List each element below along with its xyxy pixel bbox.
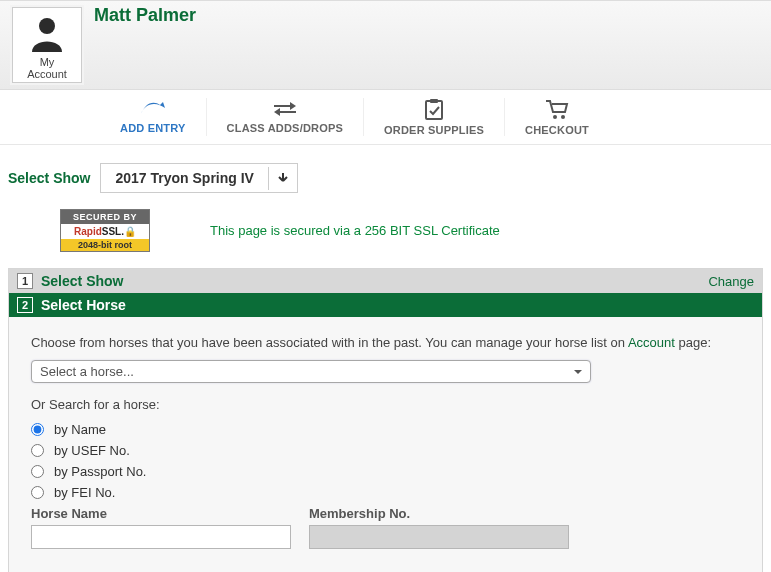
cart-icon: [544, 98, 570, 120]
horse-name-label: Horse Name: [31, 506, 291, 521]
step-2-title: Select Horse: [41, 297, 126, 313]
svg-point-0: [39, 18, 55, 34]
nav-order-supplies-label: ORDER SUPPLIES: [384, 124, 484, 136]
horse-instructions: Choose from horses that you have been as…: [31, 335, 740, 350]
horse-dropdown-placeholder: Select a horse...: [40, 364, 134, 379]
nav-class-adds-drops-label: CLASS ADDS/DROPS: [227, 122, 343, 134]
transfer-arrows-icon: [270, 98, 300, 118]
ssl-certificate-text: This page is secured via a 256 BIT SSL C…: [210, 223, 500, 238]
ssl-ssl-text: SSL.: [102, 226, 124, 237]
step-1-title: Select Show: [41, 273, 123, 289]
membership-no-label: Membership No.: [309, 506, 569, 521]
membership-no-input: [309, 525, 569, 549]
clipboard-icon: [422, 98, 446, 120]
step-2-header: 2 Select Horse: [9, 293, 762, 317]
svg-point-3: [553, 115, 557, 119]
horse-dropdown[interactable]: Select a horse...: [31, 360, 591, 383]
select-show-label: Select Show: [8, 170, 90, 186]
step-1-number: 1: [17, 273, 33, 289]
instr-post: page:: [675, 335, 711, 350]
show-dropdown-toggle[interactable]: [268, 167, 297, 190]
lock-icon: [124, 226, 136, 237]
my-account-button[interactable]: My Account: [12, 7, 82, 83]
account-link[interactable]: Account: [628, 335, 675, 350]
show-selector[interactable]: 2017 Tryon Spring IV: [100, 163, 298, 193]
nav-class-adds-drops[interactable]: CLASS ADDS/DROPS: [207, 98, 364, 136]
svg-point-4: [561, 115, 565, 119]
radio-by-usef-label: by USEF No.: [54, 443, 130, 458]
person-silhouette-icon: [26, 12, 68, 54]
radio-by-fei[interactable]: [31, 486, 44, 499]
svg-rect-2: [430, 99, 438, 103]
horse-name-input[interactable]: [31, 525, 291, 549]
show-selected-value: 2017 Tryon Spring IV: [101, 164, 268, 192]
arrow-down-icon: [277, 171, 289, 183]
step-2-body: Choose from horses that you have been as…: [9, 317, 762, 572]
horse-icon: [138, 98, 168, 118]
svg-rect-1: [426, 101, 442, 119]
step-2-number: 2: [17, 297, 33, 313]
ssl-badge-mid: RapidSSL.: [61, 224, 149, 239]
main-nav: ADD ENTRY CLASS ADDS/DROPS ORDER SUPPLIE…: [0, 90, 771, 145]
user-name: Matt Palmer: [94, 5, 196, 26]
radio-by-usef[interactable]: [31, 444, 44, 457]
instr-pre: Choose from horses that you have been as…: [31, 335, 628, 350]
ssl-rapid-text: Rapid: [74, 226, 102, 237]
radio-by-passport-label: by Passport No.: [54, 464, 147, 479]
nav-order-supplies[interactable]: ORDER SUPPLIES: [364, 98, 505, 136]
ssl-badge: SECURED BY RapidSSL. 2048-bit root: [60, 209, 150, 252]
radio-by-name[interactable]: [31, 423, 44, 436]
ssl-badge-bot: 2048-bit root: [61, 239, 149, 251]
step-1-change-link[interactable]: Change: [708, 274, 754, 289]
radio-by-name-label: by Name: [54, 422, 106, 437]
search-by-radio-group: by Name by USEF No. by Passport No. by F…: [31, 422, 740, 500]
nav-add-entry[interactable]: ADD ENTRY: [100, 98, 207, 136]
nav-add-entry-label: ADD ENTRY: [120, 122, 186, 134]
nav-checkout-label: CHECKOUT: [525, 124, 589, 136]
nav-checkout[interactable]: CHECKOUT: [505, 98, 609, 136]
radio-by-fei-label: by FEI No.: [54, 485, 115, 500]
ssl-badge-top: SECURED BY: [61, 210, 149, 224]
or-search-label: Or Search for a horse:: [31, 397, 740, 412]
my-account-label: My Account: [19, 56, 75, 80]
step-1-header: 1 Select Show Change: [9, 269, 762, 293]
radio-by-passport[interactable]: [31, 465, 44, 478]
